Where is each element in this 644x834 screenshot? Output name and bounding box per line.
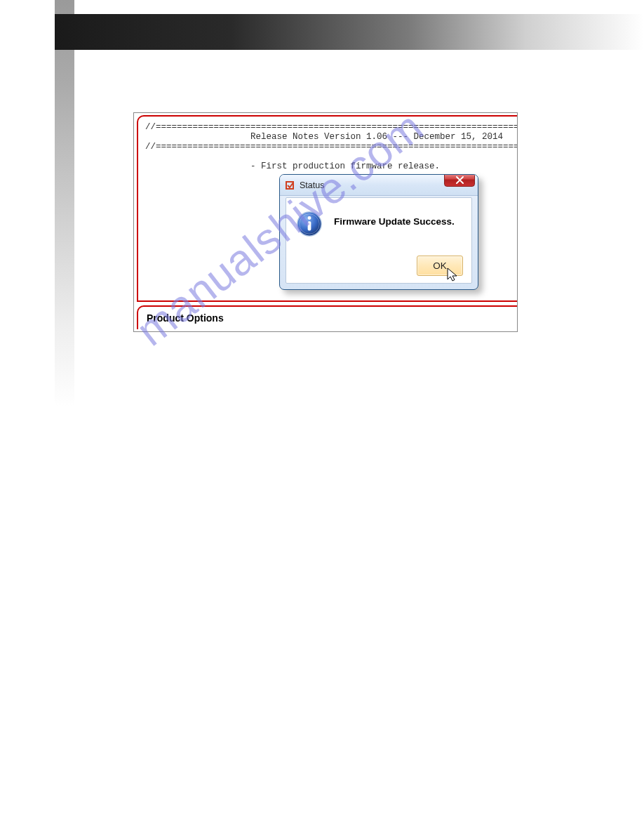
side-gradient-banner bbox=[55, 0, 74, 407]
top-gradient-banner bbox=[55, 14, 644, 50]
status-dialog: Status bbox=[279, 174, 478, 290]
dialog-message-row: Firmware Update Success. bbox=[286, 198, 471, 243]
product-options-label: Product Options bbox=[147, 312, 224, 324]
close-icon bbox=[456, 176, 464, 184]
svg-point-2 bbox=[308, 216, 311, 220]
release-notes-body: - First production firmware release. bbox=[145, 161, 440, 171]
release-notes-text: //======================================… bbox=[138, 117, 517, 177]
dialog-titlebar[interactable]: Status bbox=[280, 175, 478, 196]
ok-button[interactable]: OK bbox=[417, 256, 463, 276]
dialog-frame: Status bbox=[279, 174, 478, 290]
release-notes-header: Release Notes Version 1.06 --- December … bbox=[145, 132, 503, 142]
divider-line: //======================================… bbox=[145, 122, 517, 132]
dialog-title: Status bbox=[300, 180, 324, 190]
close-button[interactable] bbox=[444, 174, 475, 187]
dialog-body: Firmware Update Success. OK bbox=[286, 197, 472, 284]
product-options-panel: Product Options bbox=[137, 305, 517, 329]
app-icon bbox=[284, 180, 295, 191]
info-icon bbox=[296, 211, 323, 237]
dialog-message: Firmware Update Success. bbox=[334, 211, 455, 227]
divider-line: //======================================… bbox=[145, 142, 517, 152]
svg-rect-3 bbox=[308, 221, 311, 230]
ok-button-label: OK bbox=[433, 260, 447, 271]
